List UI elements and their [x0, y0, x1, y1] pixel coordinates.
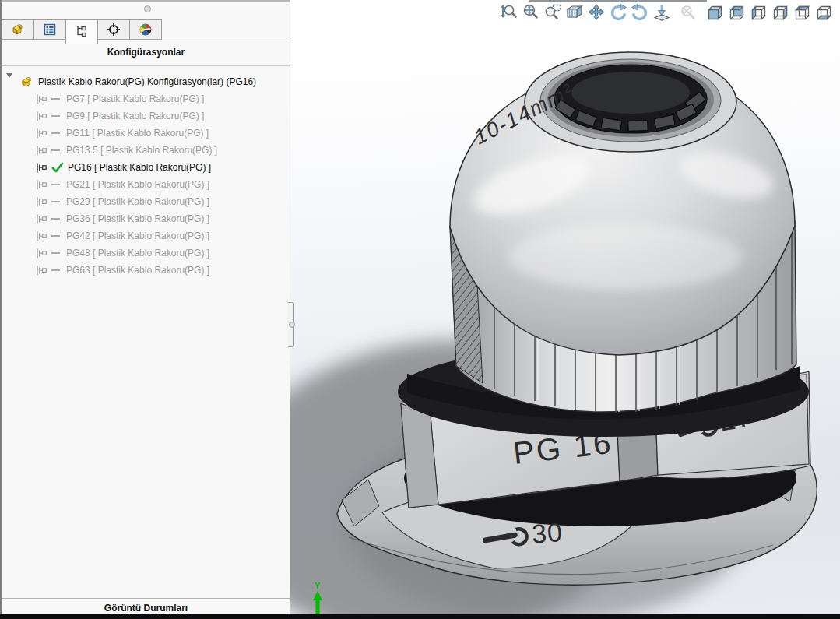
dimxpert-icon	[107, 23, 121, 37]
svg-text:30: 30	[531, 517, 564, 549]
config-item-pg11[interactable]: PG11 [ Plastik Kablo Rakoru(PG) ]	[2, 125, 290, 142]
configuration-icon	[36, 196, 47, 208]
zoom-to-selection-button[interactable]	[678, 2, 698, 23]
inactive-dash-icon	[51, 252, 60, 254]
zoom-in-out-button[interactable]	[499, 2, 519, 23]
zoom-in-out-icon	[500, 3, 518, 22]
bottom-window-edge	[0, 614, 840, 619]
configuration-icon	[36, 230, 47, 242]
config-label: PG48 [ Plastik Kablo Rakoru(PG) ]	[66, 248, 209, 259]
zoom-to-area-button[interactable]	[543, 2, 563, 23]
zoom-to-area-icon	[543, 3, 562, 22]
config-label: PG63 [ Plastik Kablo Rakoru(PG) ]	[66, 265, 209, 276]
tree-root-row[interactable]: Plastik Kablo Rakoru(PG) Konfigürasyon(l…	[2, 73, 290, 90]
config-item-pg21[interactable]: PG21 [ Plastik Kablo Rakoru(PG) ]	[2, 176, 290, 193]
collapse-arrow-icon[interactable]	[6, 78, 14, 86]
config-label: PG42 [ Plastik Kablo Rakoru(PG) ]	[66, 230, 209, 241]
view-bottom-button[interactable]	[814, 2, 834, 23]
rotate-about-scene-floor-icon	[631, 3, 649, 22]
tab-propertymanager[interactable]	[33, 19, 66, 40]
configuration-icon	[36, 162, 47, 174]
view-left-button[interactable]	[748, 2, 768, 23]
config-label: PG21 [ Plastik Kablo Rakoru(PG) ]	[66, 179, 209, 190]
config-item-pg42[interactable]: PG42 [ Plastik Kablo Rakoru(PG) ]	[2, 227, 290, 244]
config-item-pg7[interactable]: PG7 [ Plastik Kablo Rakoru(PG) ]	[2, 90, 290, 107]
zoom-to-fit-icon	[522, 3, 540, 22]
config-item-pg29[interactable]: PG29 [ Plastik Kablo Rakoru(PG) ]	[2, 193, 290, 210]
inactive-dash-icon	[51, 184, 60, 185]
graphics-viewport[interactable]: PG 16 27	[290, 0, 840, 614]
normal-to-icon	[652, 3, 671, 22]
section-view-button[interactable]	[564, 2, 585, 23]
config-label: PG36 [ Plastik Kablo Rakoru(PG) ]	[66, 213, 209, 224]
dome-cap[interactable]: 10-14mm²	[450, 52, 795, 355]
panel-splitter-grip[interactable]	[144, 5, 151, 12]
zoom-to-selection-icon	[679, 3, 698, 22]
configuration-icon	[36, 265, 47, 276]
configuration-manager-icon	[75, 25, 89, 39]
configuration-tree: Plastik Kablo Rakoru(PG) Konfigürasyon(l…	[2, 73, 290, 279]
rotate-about-scene-floor-button[interactable]	[630, 2, 650, 23]
cable-gland-3d-model[interactable]: PG 16 27	[290, 0, 840, 614]
config-item-pg16-active[interactable]: PG16 [ Plastik Kablo Rakoru(PG) ]	[2, 159, 290, 176]
active-check-icon	[51, 162, 64, 173]
normal-to-button[interactable]	[652, 2, 672, 23]
config-item-pg36[interactable]: PG36 [ Plastik Kablo Rakoru(PG) ]	[2, 210, 290, 227]
config-item-pg63[interactable]: PG63 [ Plastik Kablo Rakoru(PG) ]	[2, 262, 290, 279]
orientation-triad: Y	[306, 580, 329, 614]
inactive-dash-icon	[51, 201, 60, 202]
header-divider	[2, 65, 290, 66]
tab-featuremanager[interactable]	[2, 19, 34, 40]
inactive-dash-icon	[51, 149, 60, 151]
config-label: PG13.5 [ Plastik Kablo Rakoru(PG) ]	[66, 145, 217, 156]
right-view-cube-icon	[771, 3, 789, 22]
inactive-dash-icon	[51, 115, 60, 117]
inactive-dash-icon	[51, 218, 60, 220]
zoom-to-fit-button[interactable]	[521, 2, 541, 23]
bottom-view-cube-icon	[814, 3, 833, 22]
configuration-icon	[36, 179, 47, 191]
pan-button[interactable]	[586, 2, 606, 23]
config-label: PG9 [ Plastik Kablo Rakoru(PG) ]	[66, 111, 204, 121]
config-item-pg9[interactable]: PG9 [ Plastik Kablo Rakoru(PG) ]	[2, 107, 290, 125]
rotate-view-button[interactable]	[608, 2, 628, 23]
panel-splitter-handle[interactable]	[287, 302, 294, 347]
configuration-icon	[36, 111, 47, 122]
config-item-pg13-5[interactable]: PG13.5 [ Plastik Kablo Rakoru(PG) ]	[2, 142, 290, 159]
y-axis-label: Y	[315, 581, 321, 590]
inactive-dash-icon	[51, 235, 60, 237]
part-icon	[20, 76, 33, 89]
config-label: PG11 [ Plastik Kablo Rakoru(PG) ]	[66, 128, 209, 139]
display-manager-icon	[139, 23, 153, 37]
section-view-icon	[565, 3, 584, 22]
config-label: PG16 [ Plastik Kablo Rakoru(PG) ]	[68, 162, 211, 173]
panel-top-border	[2, 0, 290, 2]
back-view-cube-icon	[727, 3, 746, 22]
tabbar-bottom-line	[2, 40, 290, 40]
tab-displaymanager[interactable]	[129, 19, 162, 40]
display-states-header[interactable]: Görüntü Durumları	[2, 603, 290, 614]
configuration-icon	[36, 93, 47, 105]
tab-dimxpertmanager[interactable]	[97, 19, 130, 40]
rotate-view-icon	[609, 3, 627, 22]
view-top-button[interactable]	[792, 2, 812, 23]
configuration-manager-panel: Konfigürasyonlar Plastik Kablo Rakoru(PG…	[0, 0, 290, 614]
configuration-icon	[36, 128, 47, 139]
tree-root-label: Plastik Kablo Rakoru(PG) Konfigürasyon(l…	[38, 76, 256, 87]
view-back-button[interactable]	[726, 2, 747, 23]
top-view-cube-icon	[793, 3, 811, 22]
config-label: PG7 [ Plastik Kablo Rakoru(PG) ]	[66, 93, 204, 104]
configuration-icon	[36, 248, 47, 259]
configuration-icon	[36, 145, 47, 157]
inactive-dash-icon	[51, 269, 60, 271]
view-front-button[interactable]	[705, 2, 725, 23]
view-toolbar	[499, 2, 834, 23]
config-item-pg48[interactable]: PG48 [ Plastik Kablo Rakoru(PG) ]	[2, 244, 290, 262]
inactive-dash-icon	[51, 98, 60, 100]
panel-title: Konfigürasyonlar	[2, 47, 290, 58]
view-right-button[interactable]	[770, 2, 790, 23]
tab-configurationmanager[interactable]	[65, 19, 98, 44]
pan-icon	[587, 3, 606, 22]
configuration-icon	[36, 213, 47, 225]
part-icon	[11, 23, 25, 37]
